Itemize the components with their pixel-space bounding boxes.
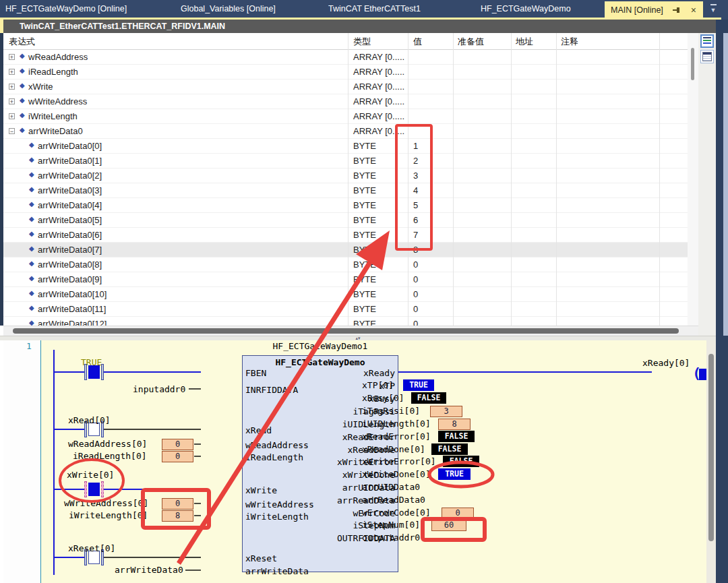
pin-icon[interactable] <box>673 7 680 13</box>
wreadaddress-value-box[interactable]: 0 <box>162 439 193 450</box>
variable-value[interactable]: 0 <box>413 304 418 314</box>
fb-input-pin-iwritelength[interactable]: iWriteLength <box>245 512 309 522</box>
table-row[interactable]: − ◆ arrWriteData0 ARRAY [0..... <box>3 124 688 139</box>
table-row[interactable]: ◆ arrWriteData0[6] BYTE 7 <box>3 228 688 243</box>
col-type[interactable]: 类型 <box>353 36 371 48</box>
variable-value[interactable]: 1 <box>413 141 418 151</box>
xbusy-operand[interactable]: xBusy[0] <box>362 393 404 403</box>
outputaddr0-operand[interactable]: outputaddr0 <box>362 532 420 543</box>
inputaddr0-operand[interactable]: inputaddr0 <box>133 384 185 394</box>
ireadlength-value-box[interactable]: 0 <box>162 451 193 462</box>
close-icon[interactable]: × <box>691 1 696 20</box>
xready-coil[interactable]: () <box>692 365 706 385</box>
col-expression[interactable]: 表达式 <box>9 36 35 48</box>
table-row[interactable]: ◆ arrWriteData0[0] BYTE 1 <box>3 139 688 154</box>
werrorcode-operand[interactable]: wErrorCode[0] <box>362 508 431 518</box>
wwriteaddress-value-box[interactable]: 0 <box>162 498 193 510</box>
table-row[interactable]: ◆ arrWriteData0[11] BYTE 0 <box>3 302 688 317</box>
table-row[interactable]: ◆ arrWriteData0[10] BYTE 0 <box>3 287 688 302</box>
scrollbar-thumb[interactable] <box>708 354 714 541</box>
table-row[interactable]: ◆ arrWriteData0[7] BYTE 8 <box>3 243 688 257</box>
variable-value[interactable]: 5 <box>413 200 418 210</box>
col-address[interactable]: 地址 <box>516 36 533 48</box>
variable-value[interactable]: 8 <box>413 245 418 255</box>
fb-input-pin-wreadaddress[interactable]: wReadAddress <box>245 440 309 450</box>
col-comment[interactable]: 注释 <box>561 36 578 48</box>
tab-hf-ectgatewaydemo-online[interactable]: HF_ECTGateWayDemo [Online] <box>5 0 127 18</box>
istepnum-value-box[interactable]: 60 <box>431 520 466 531</box>
istepnum-operand[interactable]: iStepNum[0] <box>362 520 420 530</box>
arrreaddata-operand[interactable]: arrReadData0 <box>362 495 425 505</box>
variable-value[interactable]: 0 <box>413 274 418 284</box>
iwritelength-value-box[interactable]: 8 <box>162 510 193 522</box>
wwriteaddress-operand[interactable]: wWriteAddress[0] <box>64 498 148 508</box>
ladder-vertical-scrollbar[interactable] <box>706 340 716 583</box>
table-row[interactable]: ◆ arrWriteData0[9] BYTE 0 <box>3 272 688 287</box>
arruiddata-operand[interactable]: arrUIDData0 <box>362 482 420 492</box>
xreaderror-operand[interactable]: xReadError[0] <box>362 431 431 441</box>
table-row[interactable]: + ◆ xWrite ARRAY [0..... <box>3 80 688 94</box>
tab-main-online-active[interactable]: MAIN [Online] × <box>605 1 703 20</box>
table-row[interactable]: + ◆ iWriteLength ARRAY [0..... <box>3 109 688 124</box>
iuidlength-operand[interactable]: iUIDLength[0] <box>362 419 431 429</box>
expander-icon[interactable]: − <box>9 128 15 134</box>
variable-value[interactable]: 0 <box>413 289 418 299</box>
iuidlength-value-box[interactable]: 8 <box>438 419 471 430</box>
expander-icon[interactable]: + <box>9 98 15 104</box>
scrollbar-thumb[interactable] <box>691 48 694 80</box>
table-vertical-scrollbar[interactable] <box>688 33 698 326</box>
wreadaddress-operand[interactable]: wReadAddress[0] <box>68 439 147 449</box>
fb-instance-name[interactable]: HF_ECTGateWayDemo1 <box>242 341 398 351</box>
table-view-icon[interactable] <box>700 50 714 63</box>
fb-input-pin-arrwritedata[interactable]: arrWriteData <box>245 566 309 576</box>
variable-value[interactable]: 0 <box>413 319 418 326</box>
variable-value[interactable]: 2 <box>413 156 418 166</box>
contact-xwrite[interactable] <box>84 481 104 497</box>
tab-overflow-chevron-icon[interactable]: ▼ <box>704 2 722 18</box>
xread-operand[interactable]: xRead[0] <box>68 415 111 425</box>
tab-hf-ectgatewaydemo[interactable]: HF_ECTGateWayDemo <box>481 0 571 18</box>
xwriteerror-operand[interactable]: xWriteError[0] <box>362 456 436 466</box>
xwritedone-operand[interactable]: xWriteDone[0] <box>362 469 431 479</box>
table-row[interactable]: + ◆ iReadLength ARRAY [0..... <box>3 65 688 80</box>
xtp-operand[interactable]: xTP[0] <box>362 380 394 390</box>
table-row[interactable]: + ◆ wWriteAddress ARRAY [0..... <box>3 94 688 109</box>
table-row[interactable]: ◆ arrWriteData0[2] BYTE 3 <box>3 168 688 183</box>
variable-value[interactable]: 3 <box>413 171 418 181</box>
tab-global-variables-online[interactable]: Global_Variables [Online] <box>181 0 276 18</box>
table-row[interactable]: ◆ arrWriteData0[8] BYTE 0 <box>3 257 688 272</box>
table-row[interactable]: ◆ arrWriteData0[4] BYTE 5 <box>3 198 688 213</box>
expander-icon[interactable]: + <box>9 54 15 60</box>
expander-icon[interactable]: + <box>9 84 15 90</box>
werrorcode-value-box[interactable]: 0 <box>442 508 474 519</box>
variable-value[interactable]: 0 <box>413 259 418 270</box>
table-row[interactable]: ◆ arrWriteData0[12] BYTE 0 <box>3 317 688 326</box>
table-row[interactable]: ◆ arrWriteData0[5] BYTE 6 <box>3 213 688 228</box>
xreset-operand[interactable]: xReset[0] <box>68 543 115 553</box>
table-row[interactable]: ◆ arrWriteData0[3] BYTE 4 <box>3 183 688 198</box>
variable-value[interactable]: 7 <box>413 230 418 240</box>
variable-value[interactable]: 4 <box>413 185 418 195</box>
fb-input-pin-inrfiddata[interactable]: INRFIDDATA <box>245 385 298 395</box>
variable-value[interactable]: 6 <box>413 215 418 225</box>
table-horizontal-scrollbar[interactable] <box>3 326 698 336</box>
expander-icon[interactable]: + <box>9 113 15 119</box>
expander-icon[interactable]: + <box>9 69 15 75</box>
itagrssi-value-box[interactable]: 3 <box>430 406 462 417</box>
fb-output-pin-xready[interactable]: xReady <box>363 368 395 378</box>
iwritelength-operand[interactable]: iWriteLength[0] <box>69 510 148 520</box>
scrollbar-thumb[interactable] <box>13 328 679 334</box>
panel-splitter[interactable]: ▴▾ <box>0 336 716 340</box>
declaration-view-icon[interactable] <box>700 34 714 48</box>
arrwritedata0-operand[interactable]: arrWriteData0 <box>115 565 183 575</box>
table-row[interactable]: ◆ arrWriteData0[1] BYTE 2 <box>3 154 688 168</box>
fb-input-pin-xreset[interactable]: xReset <box>245 553 277 563</box>
xreaddone-operand[interactable]: xReadDone[0] <box>362 444 425 454</box>
xwrite-operand[interactable]: xWrite[0] <box>67 470 114 480</box>
col-value[interactable]: 值 <box>413 36 422 48</box>
fb-input-pin-wwriteaddress[interactable]: wWriteAddress <box>245 499 314 510</box>
fb-input-pin-xread[interactable]: xRead <box>245 425 272 435</box>
table-row[interactable]: + ◆ wReadAddress ARRAY [0..... <box>3 50 688 65</box>
tab-twincat-ethercattest1[interactable]: TwinCAT EtherCATTest1 <box>328 0 421 18</box>
ireadlength-operand[interactable]: iReadLength[0] <box>73 451 147 461</box>
